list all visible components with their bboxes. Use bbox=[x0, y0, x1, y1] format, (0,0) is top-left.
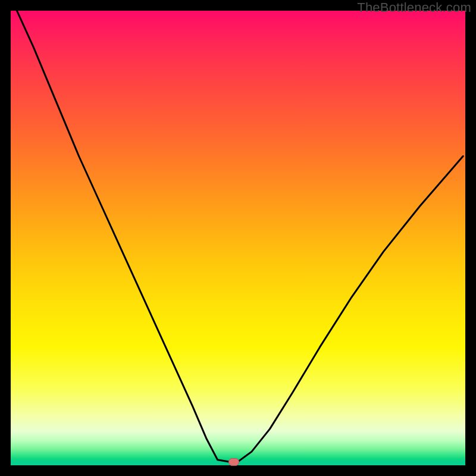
bottleneck-curve bbox=[11, 11, 465, 465]
watermark-text: TheBottleneck.com bbox=[357, 0, 471, 15]
plot-area bbox=[11, 11, 465, 465]
chart-frame: TheBottleneck.com bbox=[0, 0, 476, 476]
minimum-marker bbox=[228, 458, 239, 466]
